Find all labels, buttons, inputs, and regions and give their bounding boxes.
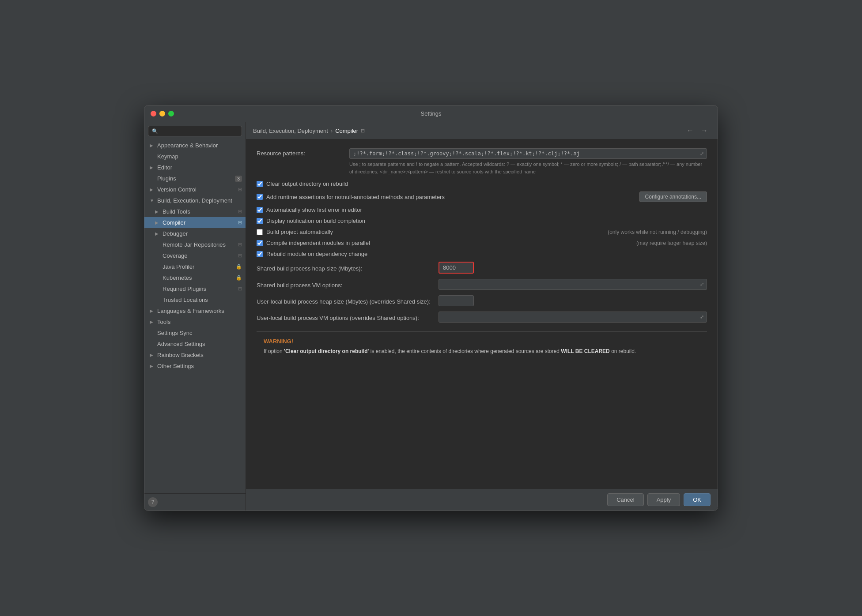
sidebar-item-languages-frameworks[interactable]: ▶ Languages & Frameworks: [144, 305, 246, 316]
help-button[interactable]: ?: [148, 497, 158, 507]
sidebar-bottom: ?: [144, 493, 246, 511]
chevron-right-icon: ▶: [150, 364, 155, 368]
shared-heap-label: Shared build process heap size (Mbytes):: [257, 263, 433, 272]
content-area: Resource patterns: ⤢ Use ; to separate p…: [246, 139, 718, 488]
sidebar-item-other-settings[interactable]: ▶ Other Settings: [144, 361, 246, 372]
chevron-right-icon: ▶: [150, 319, 155, 324]
ok-button[interactable]: OK: [684, 493, 711, 506]
sidebar-item-plugins[interactable]: Plugins 3: [144, 173, 246, 184]
nav-back-button[interactable]: ←: [684, 126, 696, 135]
sidebar-item-coverage[interactable]: Coverage ⊟: [144, 250, 246, 261]
build-auto-checkbox[interactable]: [257, 229, 263, 235]
resource-patterns-input-wrap: ⤢ Use ; to separate patterns and ! to ne…: [349, 148, 707, 175]
shared-vm-input[interactable]: [439, 279, 697, 289]
cancel-button[interactable]: Cancel: [607, 493, 643, 506]
sidebar-item-label: Other Settings: [157, 363, 194, 369]
plugins-badge: 3: [235, 176, 242, 182]
breadcrumb-separator: ›: [331, 128, 333, 134]
user-vm-expand-button[interactable]: ⤢: [697, 312, 707, 322]
search-input[interactable]: [160, 128, 238, 134]
compile-parallel-row: Compile independent modules in parallel …: [257, 240, 707, 246]
sidebar-item-remote-jar[interactable]: Remote Jar Repositories ⊟: [144, 239, 246, 250]
sidebar-item-label: Required Plugins: [163, 285, 206, 292]
sidebar-item-editor[interactable]: ▶ Editor: [144, 162, 246, 173]
display-notification-row: Display notification on build completion: [257, 218, 707, 224]
db-icon: ⊟: [238, 187, 242, 192]
sidebar-item-label: Advanced Settings: [157, 341, 205, 347]
chevron-right-icon: ▶: [155, 231, 160, 236]
show-first-error-checkbox[interactable]: [257, 207, 263, 213]
resource-patterns-row: Resource patterns: ⤢ Use ; to separate p…: [257, 148, 707, 175]
sidebar-item-compiler[interactable]: ▶ Compiler ⊟: [144, 217, 246, 228]
maximize-button[interactable]: [168, 111, 174, 116]
sidebar-item-keymap[interactable]: Keymap: [144, 151, 246, 162]
sidebar-item-label: Compiler: [163, 219, 185, 226]
sidebar-item-tools[interactable]: ▶ Tools: [144, 316, 246, 327]
search-box[interactable]: 🔍: [148, 126, 242, 136]
add-runtime-checkbox[interactable]: [257, 194, 263, 200]
rebuild-dep-checkbox[interactable]: [257, 251, 263, 257]
sidebar-item-java-profiler[interactable]: Java Profiler 🔒: [144, 261, 246, 272]
shared-vm-expand-button[interactable]: ⤢: [697, 280, 707, 289]
chevron-right-icon: ▶: [150, 353, 155, 357]
main-content: 🔍 ▶ Appearance & Behavior Keymap ▶ Edito…: [144, 122, 718, 511]
show-first-error-label: Automatically show first error in editor: [266, 207, 362, 213]
sidebar-item-kubernetes[interactable]: Kubernetes 🔒: [144, 272, 246, 283]
configure-annotations-button[interactable]: Configure annotations...: [639, 192, 707, 202]
user-heap-input[interactable]: [439, 295, 474, 306]
sidebar-item-label: Tools: [157, 319, 170, 325]
compile-parallel-hint: (may require larger heap size): [632, 240, 707, 246]
clear-output-checkbox[interactable]: [257, 181, 263, 187]
breadcrumb-current: Compiler: [335, 128, 358, 134]
shared-heap-input[interactable]: [439, 262, 474, 274]
nav-forward-button[interactable]: →: [698, 126, 711, 135]
minimize-button[interactable]: [159, 111, 165, 116]
sidebar-item-label: Plugins: [157, 175, 176, 182]
build-auto-label: Build project automatically: [266, 229, 333, 235]
build-auto-row: Build project automatically (only works …: [257, 229, 707, 235]
sidebar-item-version-control[interactable]: ▶ Version Control ⊟: [144, 184, 246, 195]
breadcrumb-navigation: ← →: [684, 126, 711, 135]
shared-vm-input-wrap: ⤢: [439, 279, 707, 290]
display-notification-label: Display notification on build completion: [266, 218, 365, 224]
add-runtime-row: Add runtime assertions for notnull-annot…: [257, 192, 707, 202]
sidebar-item-label: Settings Sync: [157, 330, 193, 336]
show-first-error-row: Automatically show first error in editor: [257, 207, 707, 213]
sidebar-item-required-plugins[interactable]: Required Plugins ⊟: [144, 283, 246, 294]
sidebar-item-label: Remote Jar Repositories: [163, 241, 226, 248]
lock-icon: 🔒: [236, 264, 242, 270]
shared-vm-label: Shared build process VM options:: [257, 280, 433, 289]
build-auto-hint: (only works while not running / debuggin…: [603, 229, 707, 235]
sidebar-item-label: Debugger: [163, 230, 188, 237]
user-vm-input[interactable]: [439, 312, 697, 322]
warning-box: WARNING! If option 'Clear output directo…: [257, 331, 707, 362]
sidebar-item-rainbow-brackets[interactable]: ▶ Rainbow Brackets: [144, 349, 246, 361]
sidebar-item-appearance[interactable]: ▶ Appearance & Behavior: [144, 140, 246, 151]
sidebar-item-build-tools[interactable]: ▶ Build Tools ⊟: [144, 206, 246, 217]
sidebar-item-debugger[interactable]: ▶ Debugger: [144, 228, 246, 239]
sidebar-item-trusted-locations[interactable]: Trusted Locations: [144, 294, 246, 305]
clear-output-label: Clear output directory on rebuild: [266, 180, 348, 187]
warning-title: WARNING!: [264, 338, 700, 345]
warning-text: If option 'Clear output directory on reb…: [264, 347, 700, 356]
apply-button[interactable]: Apply: [647, 493, 681, 506]
close-button[interactable]: [151, 111, 156, 116]
sidebar-item-advanced-settings[interactable]: Advanced Settings: [144, 338, 246, 349]
chevron-right-icon: ▶: [150, 143, 155, 148]
compile-parallel-checkbox[interactable]: [257, 240, 263, 246]
add-runtime-label: Add runtime assertions for notnull-annot…: [266, 194, 445, 200]
resource-patterns-input[interactable]: [350, 149, 697, 158]
db-icon: ⊟: [238, 220, 242, 225]
chevron-right-icon: ▶: [150, 187, 155, 192]
sidebar-item-settings-sync[interactable]: Settings Sync: [144, 327, 246, 338]
settings-window: Settings 🔍 ▶ Appearance & Behavior Keyma…: [144, 105, 718, 511]
sidebar-item-build-exec-deploy[interactable]: ▼ Build, Execution, Deployment: [144, 195, 246, 206]
db-icon: ⊟: [238, 209, 242, 214]
resource-patterns-expand-button[interactable]: ⤢: [697, 149, 707, 158]
main-panel: Build, Execution, Deployment › Compiler …: [246, 122, 718, 511]
db-icon: ⊟: [238, 253, 242, 259]
user-vm-input-wrap: ⤢: [439, 312, 707, 323]
breadcrumb-parent: Build, Execution, Deployment: [253, 128, 328, 134]
window-controls: [151, 111, 174, 116]
display-notification-checkbox[interactable]: [257, 218, 263, 224]
